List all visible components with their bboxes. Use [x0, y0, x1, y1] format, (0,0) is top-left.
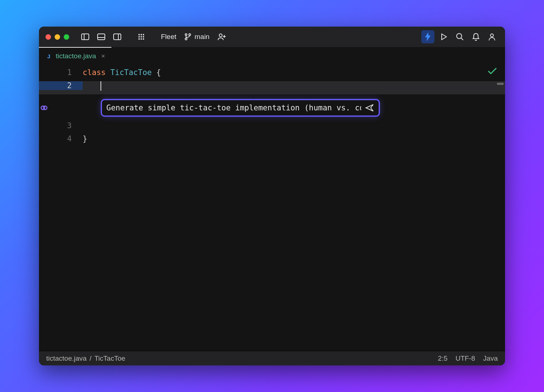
file-language[interactable]: Java — [483, 354, 498, 362]
ai-attach-icon[interactable] — [39, 105, 83, 111]
git-branch-label: main — [194, 33, 209, 41]
close-window-button[interactable] — [46, 34, 51, 40]
panel-right-icon[interactable] — [111, 30, 124, 43]
breadcrumb-symbol[interactable]: TicTacToe — [94, 354, 125, 362]
svg-point-9 — [138, 36, 140, 38]
git-branch-icon — [184, 33, 192, 40]
code-line: 3 — [39, 121, 505, 134]
svg-point-14 — [143, 38, 144, 40]
java-file-icon: J — [46, 53, 52, 59]
code-editor[interactable]: 1 class TicTacToe { 2 3 4 } — [39, 64, 505, 351]
svg-point-15 — [185, 34, 187, 36]
svg-point-6 — [138, 34, 140, 35]
search-icon[interactable] — [453, 30, 466, 43]
svg-line-22 — [461, 38, 463, 40]
file-tab-label: tictactoe.java — [56, 52, 96, 60]
minimize-window-button[interactable] — [55, 34, 60, 40]
account-icon[interactable] — [485, 30, 498, 43]
svg-point-21 — [457, 34, 462, 39]
svg-point-13 — [141, 38, 142, 40]
code-line-current: 2 — [39, 81, 505, 94]
svg-rect-4 — [114, 34, 121, 40]
panel-bottom-icon[interactable] — [95, 30, 108, 43]
code-line: 4 } — [39, 134, 505, 148]
ai-prompt-box — [101, 99, 380, 117]
file-tab[interactable]: J tictactoe.java × — [39, 47, 111, 64]
svg-rect-0 — [82, 34, 89, 40]
breadcrumb-file[interactable]: tictactoe.java — [46, 354, 87, 362]
svg-point-23 — [490, 34, 493, 37]
apps-grid-icon[interactable] — [135, 30, 148, 43]
svg-point-18 — [219, 34, 222, 37]
svg-point-8 — [143, 34, 144, 35]
line-number: 2 — [39, 81, 83, 90]
line-number: 1 — [39, 68, 83, 77]
titlebar: Fleet main — [39, 27, 505, 47]
ai-send-button[interactable] — [364, 102, 375, 113]
app-window: Fleet main — [39, 27, 505, 365]
status-bar: tictactoe.java / TicTacToe 2:5 UTF-8 Jav… — [39, 351, 505, 365]
svg-point-17 — [189, 34, 191, 36]
svg-rect-2 — [98, 34, 105, 40]
line-number: 3 — [39, 121, 83, 130]
svg-point-10 — [141, 36, 142, 38]
breadcrumb-sep: / — [90, 354, 91, 362]
git-branch-button[interactable]: main — [181, 30, 212, 43]
panel-left-icon[interactable] — [79, 30, 92, 43]
file-encoding[interactable]: UTF-8 — [456, 354, 475, 362]
cursor-position[interactable]: 2:5 — [438, 354, 448, 362]
scrollbar-marker — [497, 83, 504, 85]
app-name-label[interactable]: Fleet — [159, 33, 178, 41]
svg-point-11 — [143, 36, 144, 38]
notifications-icon[interactable] — [469, 30, 482, 43]
ai-prompt-input[interactable] — [106, 103, 361, 112]
ai-inline-row — [39, 94, 505, 121]
close-tab-icon[interactable]: × — [101, 52, 105, 60]
svg-point-16 — [185, 38, 187, 40]
tab-bar: J tictactoe.java × — [39, 47, 505, 64]
text-cursor — [100, 81, 101, 91]
svg-point-12 — [138, 38, 140, 40]
smart-mode-icon[interactable] — [421, 30, 434, 43]
window-controls — [46, 34, 69, 40]
run-icon[interactable] — [437, 30, 450, 43]
line-number: 4 — [39, 134, 83, 143]
zoom-window-button[interactable] — [64, 34, 69, 40]
add-collaborator-icon[interactable] — [215, 30, 228, 43]
svg-point-7 — [141, 34, 142, 35]
inspection-ok-icon[interactable] — [488, 67, 497, 75]
code-line: 1 class TicTacToe { — [39, 68, 505, 81]
